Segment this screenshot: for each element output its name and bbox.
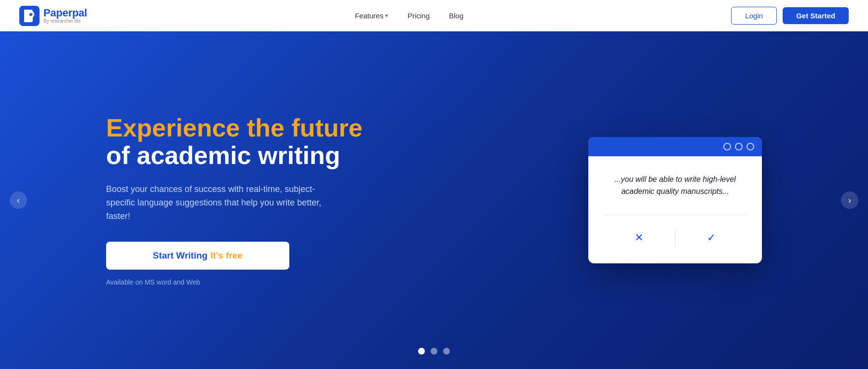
carousel-dot-3[interactable] [443, 348, 450, 355]
svg-point-1 [29, 13, 32, 16]
logo-sub: By researcher.life [43, 19, 87, 24]
logo-name: Paperpal [43, 8, 87, 18]
chevron-down-icon: ▾ [385, 13, 388, 19]
window-dot-2 [735, 143, 743, 150]
card-header [588, 137, 762, 156]
card-quote: ...you will be able to write high-level … [603, 174, 747, 198]
nav-blog[interactable]: Blog [449, 12, 463, 20]
ui-preview-card: ...you will be able to write high-level … [588, 137, 762, 264]
available-text: Available on MS word and Web [106, 278, 363, 286]
login-button[interactable]: Login [731, 7, 777, 25]
card-body: ...you will be able to write high-level … [588, 156, 762, 264]
navbar: Paperpal By researcher.life Features ▾ P… [0, 0, 868, 31]
accept-icon: ✓ [707, 232, 716, 244]
carousel-next-button[interactable]: › [841, 191, 858, 209]
carousel-dot-2[interactable] [431, 348, 437, 355]
hero-content: Experience the future of academic writin… [106, 114, 363, 286]
carousel-dots [418, 348, 450, 355]
hero-subtitle: Boost your chances of success with real-… [106, 183, 338, 223]
free-label: It's free [210, 250, 243, 261]
card-actions: ✕ ✓ [603, 215, 747, 249]
carousel-prev-button[interactable]: ‹ [10, 191, 27, 209]
hero-title-line1: Experience the future [106, 114, 363, 142]
carousel-dot-1[interactable] [418, 348, 425, 355]
nav-actions: Login Get Started [731, 7, 849, 25]
logo[interactable]: Paperpal By researcher.life [19, 6, 87, 26]
nav-links: Features ▾ Pricing Blog [355, 12, 463, 20]
reject-icon: ✕ [635, 232, 643, 244]
window-dot-3 [746, 143, 754, 150]
hero-section: ‹ Experience the future of academic writ… [0, 31, 868, 369]
hero-title-line2: of academic writing [106, 142, 363, 169]
nav-pricing[interactable]: Pricing [407, 12, 430, 20]
get-started-button[interactable]: Get Started [783, 7, 849, 24]
hero-title: Experience the future of academic writin… [106, 114, 363, 169]
hero-card-container: ...you will be able to write high-level … [588, 137, 762, 264]
reject-button[interactable]: ✕ [603, 227, 675, 249]
accept-button[interactable]: ✓ [676, 227, 748, 249]
window-dot-1 [723, 143, 731, 150]
nav-features[interactable]: Features ▾ [355, 12, 388, 20]
start-writing-button[interactable]: Start Writing It's free [106, 242, 289, 270]
start-writing-label: Start Writing [153, 250, 208, 261]
